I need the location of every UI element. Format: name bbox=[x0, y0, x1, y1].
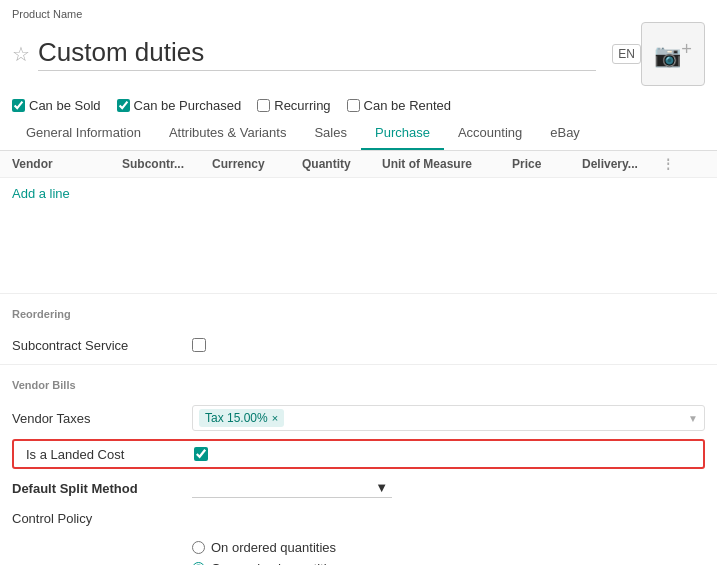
on-ordered-quantities-option[interactable]: On ordered quantities bbox=[192, 537, 705, 558]
language-badge[interactable]: EN bbox=[612, 44, 641, 64]
tax-tag: Tax 15.00% × bbox=[199, 409, 284, 427]
control-policy-options: On ordered quantities On received quanti… bbox=[0, 533, 717, 565]
product-flags-row: Can be Sold Can be Purchased Recurring C… bbox=[0, 90, 717, 117]
control-policy-label: Control Policy bbox=[12, 511, 192, 526]
tab-accounting[interactable]: Accounting bbox=[444, 117, 536, 150]
vendor-taxes-dropdown-arrow: ▼ bbox=[688, 413, 698, 424]
vendor-bills-section: Vendor Bills bbox=[0, 369, 717, 401]
col-vendor: Vendor bbox=[12, 157, 122, 171]
add-photo-icon: 📷+ bbox=[654, 38, 692, 69]
subcontract-service-label: Subcontract Service bbox=[12, 338, 192, 353]
product-name-label: Product Name bbox=[12, 8, 705, 20]
can-be-sold-checkbox[interactable]: Can be Sold bbox=[12, 98, 101, 113]
is-landed-cost-checkbox[interactable] bbox=[194, 447, 208, 461]
control-policy-row: Control Policy bbox=[0, 503, 717, 533]
favorite-star-icon[interactable]: ☆ bbox=[12, 42, 30, 66]
can-be-rented-checkbox[interactable]: Can be Rented bbox=[347, 98, 451, 113]
tabs-bar: General Information Attributes & Variant… bbox=[0, 117, 717, 151]
subcontract-service-row: Subcontract Service bbox=[0, 330, 717, 360]
on-ordered-label: On ordered quantities bbox=[211, 540, 336, 555]
reordering-section: Reordering bbox=[0, 298, 717, 330]
tab-sales[interactable]: Sales bbox=[300, 117, 361, 150]
default-split-method-row: Default Split Method ▼ bbox=[0, 473, 717, 503]
is-landed-cost-row: Is a Landed Cost bbox=[12, 439, 705, 469]
col-quantity: Quantity bbox=[302, 157, 382, 171]
vendor-table-header: Vendor Subcontr... Currency Quantity Uni… bbox=[0, 151, 717, 178]
on-received-quantities-option[interactable]: On received quantities bbox=[192, 558, 705, 565]
tax-tag-label: Tax 15.00% bbox=[205, 411, 268, 425]
col-actions: ⋮ bbox=[662, 157, 682, 171]
on-received-label: On received quantities bbox=[211, 561, 340, 565]
subcontract-service-value bbox=[192, 338, 705, 352]
product-photo-placeholder[interactable]: 📷+ bbox=[641, 22, 705, 86]
default-split-method-dropdown[interactable]: ▼ bbox=[192, 478, 392, 498]
split-method-arrow: ▼ bbox=[375, 480, 388, 495]
tab-general-information[interactable]: General Information bbox=[12, 117, 155, 150]
add-line-button[interactable]: Add a line bbox=[0, 178, 717, 209]
can-be-purchased-checkbox[interactable]: Can be Purchased bbox=[117, 98, 242, 113]
default-split-method-label: Default Split Method bbox=[12, 481, 192, 496]
col-uom: Unit of Measure bbox=[382, 157, 512, 171]
tab-purchase[interactable]: Purchase bbox=[361, 117, 444, 150]
vendor-taxes-label: Vendor Taxes bbox=[12, 411, 192, 426]
vendor-taxes-dropdown[interactable]: Tax 15.00% × ▼ bbox=[192, 405, 705, 431]
table-empty-space bbox=[0, 209, 717, 289]
recurring-checkbox[interactable]: Recurring bbox=[257, 98, 330, 113]
tab-ebay[interactable]: eBay bbox=[536, 117, 594, 150]
vendor-taxes-value: Tax 15.00% × ▼ bbox=[192, 405, 705, 431]
col-subcontr: Subcontr... bbox=[122, 157, 212, 171]
col-delivery: Delivery... bbox=[582, 157, 662, 171]
product-title[interactable]: Custom duties bbox=[38, 37, 596, 71]
vendor-taxes-row: Vendor Taxes Tax 15.00% × ▼ bbox=[0, 401, 717, 435]
subcontract-service-checkbox[interactable] bbox=[192, 338, 206, 352]
is-landed-cost-label: Is a Landed Cost bbox=[26, 447, 194, 462]
tax-tag-remove[interactable]: × bbox=[272, 412, 278, 424]
is-landed-cost-value bbox=[194, 447, 208, 461]
col-currency: Currency bbox=[212, 157, 302, 171]
tab-attributes-variants[interactable]: Attributes & Variants bbox=[155, 117, 301, 150]
col-price: Price bbox=[512, 157, 582, 171]
vendor-bills-section-label: Vendor Bills bbox=[12, 379, 705, 391]
reordering-section-label: Reordering bbox=[12, 308, 705, 320]
